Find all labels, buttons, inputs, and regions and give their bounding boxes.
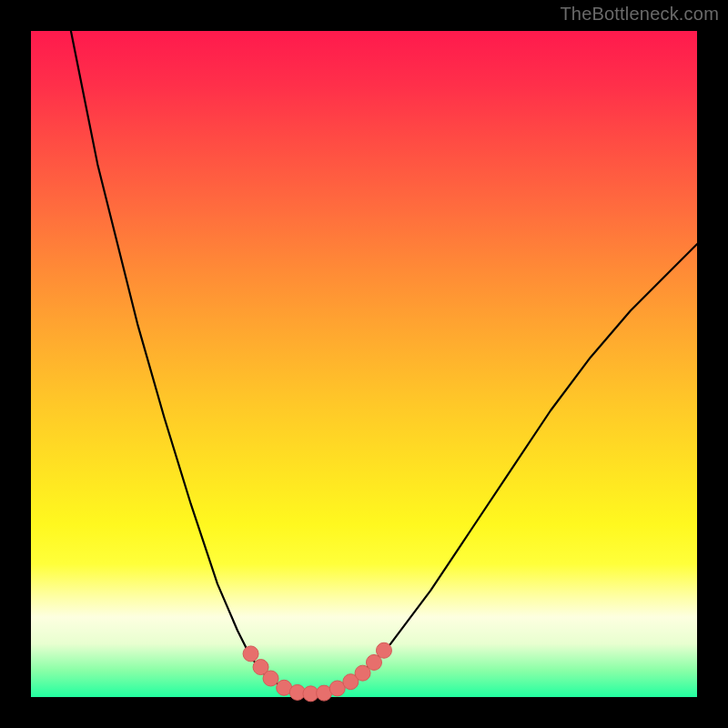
curve-marker [263, 671, 278, 686]
curve-marker [376, 642, 391, 658]
chart-svg [31, 31, 697, 697]
curve-markers [243, 642, 391, 702]
bottleneck-curve [71, 31, 697, 693]
watermark-text: TheBottleneck.com [560, 4, 719, 25]
chart-frame: TheBottleneck.com [0, 0, 728, 728]
curve-marker [243, 646, 258, 662]
